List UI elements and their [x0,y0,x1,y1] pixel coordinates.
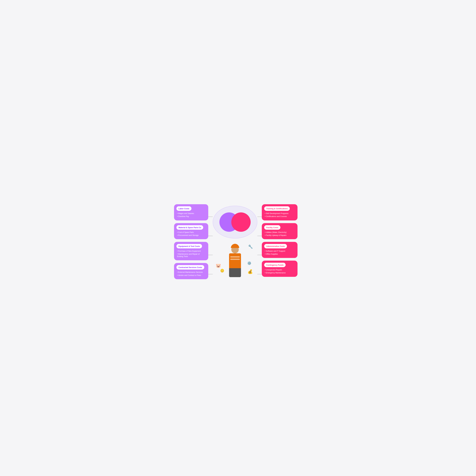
left-card-label-2: Equipment & Tool Costs [178,245,200,247]
left-card-1-bullet-0: Cost of Spare Parts [176,231,206,234]
vest-stripe-2 [230,259,240,260]
venn-diagram [213,206,257,238]
worker-body [229,246,241,277]
worker-helmet [231,244,239,248]
right-column: Training & CertificationsSkill Developme… [262,204,298,277]
piggybank-icon: 🐷 [216,263,221,268]
left-card-3-bullet-1: Vendor and Contract or Fees [176,274,206,276]
worker-vest [229,253,241,268]
right-card-label-1: Facility Costs [266,227,278,229]
right-card-label-2: Administrative Costs [266,245,285,247]
main-container: Labor CostsWages and SalariesOvertime Pa… [171,191,305,285]
left-connectors-line-2 [208,255,213,255]
left-connectors-line-1 [208,236,213,236]
left-card-0: Labor CostsWages and SalariesOvertime Pa… [174,204,208,220]
right-card-2-bullet-1: Office Supplies [264,253,295,255]
moneybag-icon: 💰 [248,269,253,274]
left-connectors [208,204,213,279]
worker-head [231,246,239,253]
left-card-3: Contracted Services CostsExternal Mainte… [174,263,208,279]
right-connectors-line-1 [257,236,262,236]
right-connectors-line-3 [257,274,262,274]
right-card-2-bullet-0: Software and IT Support [264,250,295,252]
left-card-2: Equipment & Tool CostsPurchase of New Eq… [174,242,208,260]
left-card-label-3: Contracted Services Costs [178,266,202,269]
right-card-label-0: Training & Certifications [266,208,288,210]
left-card-label-1: Material & Spare Parts Co [178,227,201,229]
right-connectors-line-2 [257,255,262,255]
worker-legs [229,268,241,277]
right-card-2: Administrative CostsSoftware and IT Supp… [262,242,298,258]
right-card-3-bullet-1: Emergency Maintenance [264,272,295,274]
left-card-0-bullet-1: Overtime Pay [176,215,206,218]
left-connectors-line-3 [208,274,213,274]
left-card-0-bullet-0: Wages and Salaries [176,212,206,215]
right-card-3-bullet-0: Unexpected Repairs [264,269,295,271]
left-card-2-bullet-0: Purchase of New Equipment [176,250,206,252]
left-card-1-bullet-1: Procurement and Storage [176,234,206,237]
left-card-3-bullet-0: External Maintenance Services [176,271,206,273]
right-card-0: Training & CertificationsSkill Developme… [262,204,298,220]
right-card-1-bullet-1: Facility Upkeep & Repairs [264,234,295,237]
right-card-1: Facility CostsUtilities (Water, Electric… [262,223,298,239]
diagram: Labor CostsWages and SalariesOvertime Pa… [174,204,302,279]
right-card-label-3: Contingency Funds [266,264,284,266]
right-card-0-bullet-1: Certifications and Courses [264,215,295,218]
worker-illustration: 🔧 🐷 ⚙️ 🪙 💰 [213,236,257,277]
gear-icon: ⚙️ [247,261,251,265]
right-card-0-bullet-0: Skill Development Programs [264,212,295,215]
secondary-budget-circle [231,212,251,232]
right-connectors-line-0 [257,217,262,217]
left-column: Labor CostsWages and SalariesOvertime Pa… [174,204,208,279]
vest-stripe-1 [230,256,240,257]
left-card-1: Material & Spare Parts CoCost of Spare P… [174,223,208,239]
right-card-3: Contingency FundsUnexpected RepairsEmerg… [262,261,298,277]
right-card-1-bullet-0: Utilities (Water, Electricity) [264,231,295,234]
left-connectors-line-0 [208,217,213,217]
coins-icon: 🪙 [220,269,224,273]
wrench-icon: 🔧 [248,244,253,249]
left-card-2-bullet-1: Maintenance and Repair of Existing Tools [176,253,206,258]
center-column: 🔧 🐷 ⚙️ 🪙 💰 [213,204,257,277]
right-connectors [257,204,262,279]
left-card-label-0: Labor Costs [178,208,189,210]
